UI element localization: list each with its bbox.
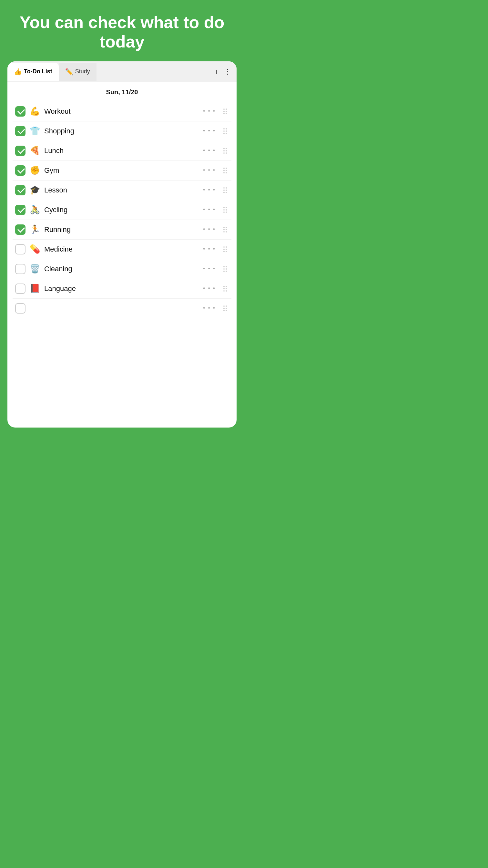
- todo-item-drag-handle[interactable]: [221, 265, 229, 273]
- todo-list: 💪Workout• • •👕Shopping• • •🍕Lunch• • •✊G…: [7, 99, 236, 428]
- todo-item-emoji: 📕: [29, 283, 40, 293]
- todo-item: 🎓Lesson• • •: [12, 181, 231, 200]
- todo-checkbox[interactable]: [15, 205, 26, 215]
- todo-item-label: Running: [44, 225, 197, 234]
- todo-item-more-button[interactable]: • • •: [201, 166, 218, 175]
- date-display: Sun, 11/20: [7, 82, 236, 99]
- todo-item-more-button[interactable]: • • •: [201, 106, 218, 116]
- todo-item-label: Lesson: [44, 186, 197, 194]
- todo-item: 🍕Lunch• • •: [12, 141, 231, 161]
- todo-item-drag-handle[interactable]: [221, 304, 229, 313]
- todo-checkbox[interactable]: [15, 146, 26, 156]
- todo-item-more-button[interactable]: • • •: [201, 264, 218, 274]
- todo-item: 🚴Cycling• • •: [12, 200, 231, 220]
- todo-item-emoji: 🎓: [29, 185, 40, 195]
- todo-item-drag-handle[interactable]: [221, 206, 229, 214]
- todo-item-label: Shopping: [44, 127, 197, 135]
- todo-item-label: Language: [44, 284, 197, 293]
- todo-item-drag-handle[interactable]: [221, 186, 229, 194]
- study-tab-label: Study: [75, 68, 90, 75]
- study-tab-emoji: ✏️: [65, 68, 73, 75]
- todo-item-emoji: 💊: [29, 244, 40, 254]
- tab-todo[interactable]: 👍 To-Do List: [7, 63, 59, 81]
- todo-item-emoji: ✊: [29, 165, 40, 175]
- todo-item-drag-handle[interactable]: [221, 147, 229, 155]
- todo-item: 🏃Running• • •: [12, 220, 231, 240]
- todo-item: 💊Medicine• • •: [12, 240, 231, 259]
- header-title: You can check what to do today: [10, 13, 234, 52]
- todo-checkbox[interactable]: [15, 303, 26, 314]
- todo-item-drag-handle[interactable]: [221, 225, 229, 234]
- todo-tab-emoji: 👍: [14, 68, 22, 75]
- todo-item-emoji: 👕: [29, 126, 40, 136]
- todo-item-label: Gym: [44, 166, 197, 175]
- todo-item-emoji: 🚴: [29, 205, 40, 215]
- todo-item-drag-handle[interactable]: [221, 245, 229, 253]
- todo-item-emoji: 🏃: [29, 224, 40, 235]
- todo-item-more-button[interactable]: • • •: [201, 225, 218, 234]
- todo-checkbox[interactable]: [15, 126, 26, 136]
- add-tab-button[interactable]: +: [214, 67, 219, 76]
- todo-item: 🗑️Cleaning• • •: [12, 259, 231, 279]
- todo-item: 📕Language• • •: [12, 279, 231, 299]
- todo-item: 💪Workout• • •: [12, 102, 231, 121]
- todo-item: • • •: [12, 299, 231, 318]
- tab-study[interactable]: ✏️ Study: [59, 63, 97, 81]
- tab-actions: + ⋮: [214, 67, 236, 76]
- todo-item-emoji: 💪: [29, 106, 40, 116]
- todo-item-label: Lunch: [44, 147, 197, 155]
- todo-item-more-button[interactable]: • • •: [201, 185, 218, 195]
- tab-bar: 👍 To-Do List ✏️ Study + ⋮: [7, 61, 236, 82]
- todo-checkbox[interactable]: [15, 244, 26, 254]
- todo-checkbox[interactable]: [15, 283, 26, 294]
- todo-checkbox[interactable]: [15, 185, 26, 195]
- todo-item-label: Cycling: [44, 206, 197, 214]
- todo-item-label: Cleaning: [44, 265, 197, 273]
- todo-item-more-button[interactable]: • • •: [201, 205, 218, 214]
- todo-item-drag-handle[interactable]: [221, 166, 229, 175]
- todo-checkbox[interactable]: [15, 264, 26, 274]
- todo-item-more-button[interactable]: • • •: [201, 244, 218, 254]
- main-card: 👍 To-Do List ✏️ Study + ⋮ Sun, 11/20 💪Wo…: [7, 61, 236, 428]
- todo-checkbox[interactable]: [15, 224, 26, 235]
- todo-item-drag-handle[interactable]: [221, 107, 229, 116]
- todo-item-drag-handle[interactable]: [221, 284, 229, 293]
- todo-checkbox[interactable]: [15, 106, 26, 117]
- todo-tab-label: To-Do List: [24, 68, 52, 75]
- todo-item-label: Workout: [44, 107, 197, 116]
- todo-item-emoji: 🗑️: [29, 264, 40, 274]
- more-options-button[interactable]: ⋮: [224, 67, 231, 76]
- todo-item: ✊Gym• • •: [12, 161, 231, 181]
- todo-item: 👕Shopping• • •: [12, 121, 231, 141]
- header-section: You can check what to do today: [0, 0, 244, 61]
- todo-item-more-button[interactable]: • • •: [201, 126, 218, 135]
- todo-item-drag-handle[interactable]: [221, 127, 229, 135]
- todo-item-more-button[interactable]: • • •: [201, 284, 218, 293]
- todo-item-more-button[interactable]: • • •: [201, 304, 218, 313]
- todo-item-emoji: 🍕: [29, 146, 40, 156]
- todo-checkbox[interactable]: [15, 165, 26, 176]
- todo-item-more-button[interactable]: • • •: [201, 146, 218, 155]
- todo-item-label: Medicine: [44, 245, 197, 253]
